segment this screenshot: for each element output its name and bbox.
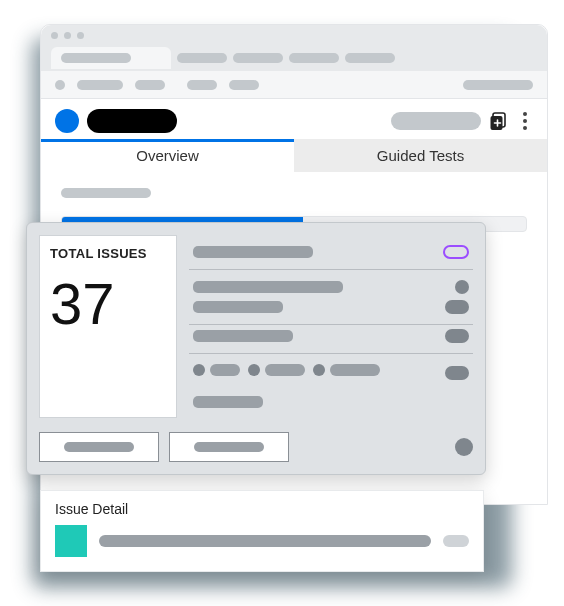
tag-chip[interactable] [248,364,305,376]
nav-back-icon[interactable] [55,80,65,90]
panel-action-button[interactable] [169,432,289,462]
urlbar-placeholder [77,80,123,90]
count-icon [445,366,469,380]
summary-tags-row [189,354,473,418]
browser-tab[interactable] [345,53,395,63]
traffic-light[interactable] [51,32,58,39]
summary-label-placeholder [193,330,293,342]
summary-label-placeholder [193,301,283,313]
element-highlight-swatch [55,525,87,557]
issue-description-placeholder [99,535,431,547]
window-titlebar [41,25,547,45]
logo-text [87,109,177,133]
count-icon [455,280,469,294]
extension-header [41,99,547,139]
count-icon [445,300,469,314]
issue-detail-row[interactable] [55,525,469,557]
urlbar-placeholder [135,80,165,90]
add-page-icon[interactable] [489,111,509,131]
summary-row[interactable] [189,325,473,354]
tag-placeholder [193,396,263,408]
logo-icon [55,109,79,133]
issue-summary-list [189,235,473,418]
summary-label-placeholder [193,281,343,293]
summary-row[interactable] [189,235,473,270]
summary-row[interactable] [189,296,473,325]
traffic-light[interactable] [77,32,84,39]
subheading-placeholder [61,188,151,198]
total-issues-value: 37 [50,275,166,333]
issue-detail-title: Issue Detail [55,501,469,517]
tab-title-placeholder [61,53,131,63]
traffic-light[interactable] [64,32,71,39]
browser-tab[interactable] [233,53,283,63]
count-icon [445,329,469,343]
browser-urlbar [41,71,547,99]
total-issues-card: TOTAL ISSUES 37 [39,235,177,418]
header-status-pill [391,112,481,130]
panel-status-icon [455,438,473,456]
summary-label-placeholder [193,246,313,258]
total-issues-label: TOTAL ISSUES [50,246,166,261]
tab-overview[interactable]: Overview [41,139,294,172]
summary-row[interactable] [189,270,473,296]
extension-tabs: Overview Guided Tests [41,139,547,172]
tag-chip[interactable] [313,364,380,376]
tab-guided-tests[interactable]: Guided Tests [294,139,547,172]
urlbar-placeholder [463,80,533,90]
browser-tabbar [41,45,547,71]
browser-tab[interactable] [177,53,227,63]
more-menu-icon[interactable] [517,111,533,131]
urlbar-placeholder [229,80,259,90]
browser-tab-active[interactable] [51,47,171,69]
urlbar-placeholder [187,80,217,90]
issue-detail-card: Issue Detail [40,490,484,572]
severity-badge-icon [443,245,469,259]
results-panel: TOTAL ISSUES 37 [26,222,486,475]
issue-count-pill [443,535,469,547]
browser-tab[interactable] [289,53,339,63]
panel-action-button[interactable] [39,432,159,462]
tag-chip[interactable] [193,364,240,376]
